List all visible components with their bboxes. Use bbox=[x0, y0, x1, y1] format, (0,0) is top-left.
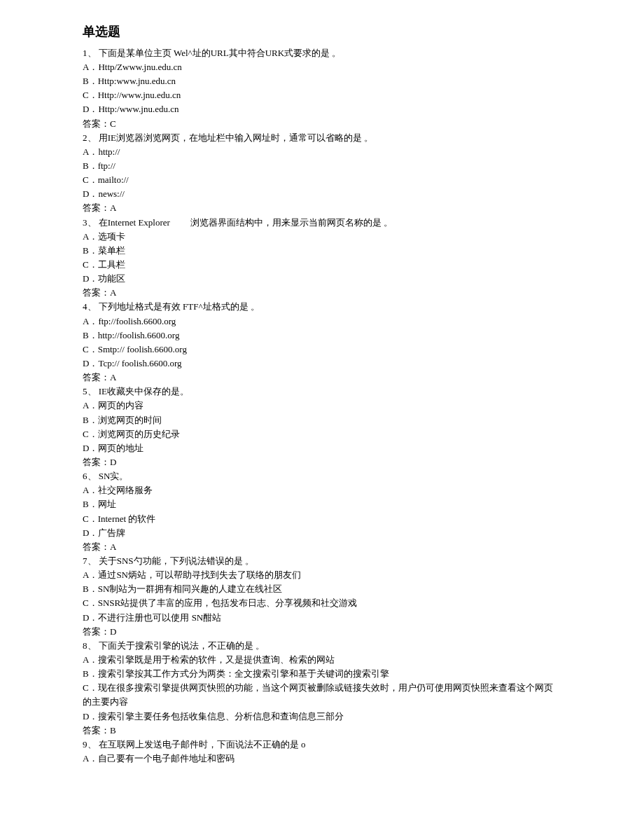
question-option: D．Tcp:// foolish.6600.org bbox=[83, 357, 561, 371]
question-option: D．广告牌 bbox=[83, 526, 561, 540]
question-answer: 答案：D bbox=[83, 455, 561, 469]
question-option: D．Http:/www.jnu.edu.cn bbox=[83, 102, 561, 116]
question-option: B．SN制站为一群拥有相同兴趣的人建立在线社区 bbox=[83, 582, 561, 596]
question-option: C．Smtp:// foolish.6600.org bbox=[83, 343, 561, 357]
question-answer: 答案：A bbox=[83, 540, 561, 554]
document-page: 单选题 1、 下面是某单位主页 Wel^址的URL其中符合URK式要求的是 。A… bbox=[0, 0, 644, 835]
question-option: C．Http://www.jnu.edu.cn bbox=[83, 88, 561, 102]
question-answer: 答案：A bbox=[83, 371, 561, 385]
question-stem: 3、 在Internet Explorer 浏览器界面结构中，用来显示当前网页名… bbox=[83, 216, 561, 230]
question-option: B．http://foolish.6600.org bbox=[83, 329, 561, 343]
question-answer: 答案：D bbox=[83, 625, 561, 639]
question-option: B．浏览网页的时间 bbox=[83, 413, 561, 427]
question-option: C．工具栏 bbox=[83, 258, 561, 272]
question-option: A．ftp://foolish.6600.org bbox=[83, 315, 561, 329]
question-answer: 答案：A bbox=[83, 201, 561, 215]
question-option: A．Http/Zwww.jnu.edu.cn bbox=[83, 60, 561, 74]
question-stem: 2、 用IE浏览器浏览网页，在地址栏中输入网址时，通常可以省略的是 。 bbox=[83, 131, 561, 145]
question-option: B．Http:www.jnu.edu.cn bbox=[83, 74, 561, 88]
question-stem: 5、 IE收藏夹中保存的是。 bbox=[83, 385, 561, 399]
question-stem: 4、 下列地址格式是有效 FTF^址格式的是 。 bbox=[83, 300, 561, 314]
question-answer: 答案：A bbox=[83, 286, 561, 300]
question-option: D．不进行注册也可以使用 SN酣站 bbox=[83, 611, 561, 625]
question-answer: 答案：B bbox=[83, 724, 561, 738]
question-option: A．社交网络服务 bbox=[83, 483, 561, 497]
question-option: B．搜索引擎按其工作方式分为两类：全文搜索引擎和基于关键词的搜索引擎 bbox=[83, 667, 561, 681]
question-stem: 9、 在互联网上发送电子邮件时，下面说法不正确的是 o bbox=[83, 738, 561, 752]
question-stem: 6、 SN实。 bbox=[83, 469, 561, 483]
question-option: C．现在很多搜索引擎提供网页快照的功能，当这个网页被删除或链接失效时，用户仍可使… bbox=[83, 681, 561, 709]
question-option: C．SNSR站提供了丰富的应用，包括发布日志、分享视频和社交游戏 bbox=[83, 596, 561, 610]
question-option: A．通过SN炳站，可以帮助寻找到失去了联络的朋友们 bbox=[83, 568, 561, 582]
question-option: C．mailto:// bbox=[83, 173, 561, 187]
question-stem: 7、 关于SNS勺功能，下列说法错误的是 。 bbox=[83, 554, 561, 568]
question-option: B．网址 bbox=[83, 497, 561, 511]
question-option: A．搜索引擎既是用于检索的软件，又是提供查询、检索的网站 bbox=[83, 653, 561, 667]
question-option: D．功能区 bbox=[83, 272, 561, 286]
question-answer: 答案：C bbox=[83, 117, 561, 131]
section-title: 单选题 bbox=[83, 22, 561, 42]
question-list: 1、 下面是某单位主页 Wel^址的URL其中符合URK式要求的是 。A．Htt… bbox=[83, 46, 561, 766]
question-stem: 1、 下面是某单位主页 Wel^址的URL其中符合URK式要求的是 。 bbox=[83, 46, 561, 60]
question-option: D．搜索引擎主要任务包括收集信息、分析信息和查询信息三部分 bbox=[83, 710, 561, 724]
question-option: B．菜单栏 bbox=[83, 244, 561, 258]
question-option: A．自己要有一个电子邮件地址和密码 bbox=[83, 752, 561, 766]
question-option: A．选项卡 bbox=[83, 230, 561, 244]
question-option: C．Internet 的软件 bbox=[83, 512, 561, 526]
question-option: C．浏览网页的历史纪录 bbox=[83, 427, 561, 441]
question-option: D．网页的地址 bbox=[83, 441, 561, 455]
question-option: D．news:// bbox=[83, 187, 561, 201]
question-option: B．ftp:// bbox=[83, 159, 561, 173]
question-option: A．网页的内容 bbox=[83, 399, 561, 413]
question-stem: 8、 下面关于搜索引擎的说法，不正确的是 。 bbox=[83, 639, 561, 653]
question-option: A．http:// bbox=[83, 145, 561, 159]
